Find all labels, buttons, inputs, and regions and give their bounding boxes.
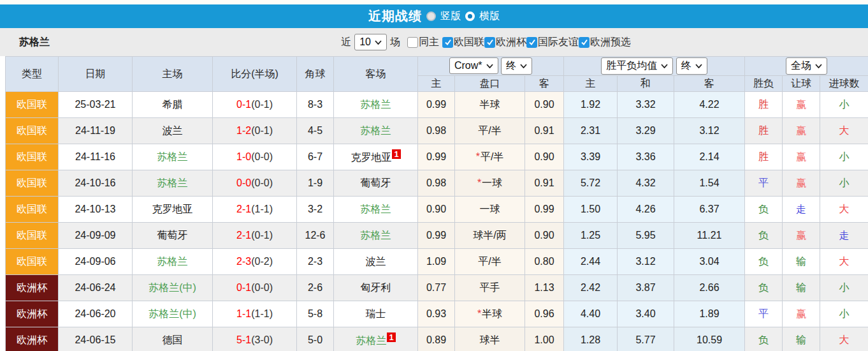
competition-label: 国际友谊 [538, 36, 579, 49]
avg-away-cell: 2.14 [674, 144, 745, 170]
odds-away-cell: 0.90 [525, 144, 564, 170]
away-team: 苏格兰 [361, 125, 391, 136]
away-cell: 克罗地亚1 [334, 144, 418, 170]
competition-label: 欧洲杯 [496, 36, 526, 49]
radio-horizontal-layout[interactable] [465, 11, 475, 21]
odds-home-cell: 1.09 [418, 249, 455, 275]
away-cell: 葡萄牙 [334, 170, 418, 197]
radio-vertical-layout[interactable] [426, 11, 436, 21]
handicap-cell: 平/半 [455, 249, 525, 275]
away-team: 葡萄牙 [361, 177, 391, 188]
same-home-checkbox[interactable] [407, 37, 418, 48]
home-team: 波兰 [163, 125, 183, 136]
radio-horizontal-label[interactable]: 横版 [479, 10, 500, 23]
handicap-text: 平/半 [478, 256, 501, 267]
away-team: 克罗地亚 [351, 152, 391, 163]
handicap-cell: 平/半 [455, 118, 525, 144]
avg-draw-cell: 5.95 [618, 223, 674, 249]
col-header-date: 日期 [59, 57, 133, 92]
date-cell: 24-11-19 [59, 118, 133, 144]
score-cell: 0-1(0-0) [213, 275, 297, 301]
check-icon [486, 38, 494, 46]
competition-checkbox[interactable] [526, 37, 537, 48]
avg-draw-cell: 3.40 [618, 301, 674, 327]
avg-home-cell: 4.40 [564, 301, 618, 327]
date-cell: 24-09-09 [59, 223, 133, 249]
col-header-result-wdl: 胜负 [745, 76, 783, 92]
col-header-score: 比分(半场) [213, 57, 297, 92]
col-header-avg-draw: 和 [618, 76, 674, 92]
avg-draw-cell: 3.32 [618, 92, 674, 118]
competition-label: 欧国联 [454, 36, 484, 49]
handicap-cell: 平手 [455, 275, 525, 301]
avg-home-cell: 2.31 [564, 118, 618, 144]
score-cell: 1-2(0-1) [213, 118, 297, 144]
avg-away-cell: 6.37 [674, 197, 745, 223]
competition-badge: 欧国联 [6, 170, 59, 197]
score-cell: 2-1(1-1) [213, 197, 297, 223]
corners-cell: 3-2 [297, 197, 334, 223]
odds-home-cell: 0.89 [418, 327, 455, 351]
competition-filter-item: 欧洲预选 [579, 36, 631, 49]
score-main: 0-1 [236, 282, 251, 293]
date-cell: 24-10-13 [59, 197, 133, 223]
avg-away-cell: 4.22 [674, 92, 745, 118]
home-team: 克罗地亚 [152, 204, 193, 214]
scope-select[interactable]: 全场 [786, 57, 827, 75]
result-handicap-cell: 赢 [783, 223, 820, 249]
table-header: 类型 日期 主场 比分(半场) 角球 客场 Crow* 终 [6, 57, 868, 92]
table-row: 欧国联 24-09-09 葡萄牙 2-1(0-1) 12-6 苏格兰 0.99 … [6, 223, 868, 249]
score-main: 1-0 [236, 151, 251, 162]
odds-away-cell: 0.90 [525, 223, 564, 249]
result-goals-cell: 大 [820, 249, 868, 275]
away-cell: 波兰 [334, 249, 418, 275]
competition-checkbox[interactable] [484, 37, 495, 48]
chevron-down-icon [375, 40, 382, 45]
avg-away-cell: 11.21 [674, 223, 745, 249]
table-row: 欧国联 24-10-16 苏格兰 0-0(0-0) 1-9 葡萄牙 0.98 *… [6, 170, 868, 197]
corners-cell: 12-6 [297, 223, 334, 249]
score-half: (0-0) [251, 282, 273, 293]
handicap-text: 平/半 [481, 151, 503, 162]
avg-away-cell: 1.54 [674, 170, 745, 197]
competition-checkbox[interactable] [579, 37, 590, 48]
date-cell: 24-10-16 [59, 170, 133, 197]
score-main: 1-2 [236, 125, 251, 136]
recent-count-value: 10 [359, 36, 371, 48]
avg-home-cell: 1.92 [564, 92, 618, 118]
competition-badge: 欧国联 [6, 118, 59, 144]
corners-cell: 4-5 [297, 118, 334, 144]
avg-state-select[interactable]: 终 [676, 57, 707, 75]
score-cell: 1-0(0-0) [213, 144, 297, 170]
col-header-away: 客场 [334, 57, 418, 92]
table-row: 欧国联 24-10-13 克罗地亚 2-1(1-1) 3-2 苏格兰 0.90 … [6, 197, 868, 223]
avg-odds-select[interactable]: 胜平负均值 [601, 57, 673, 75]
chevron-down-icon [695, 64, 702, 68]
home-team: 苏格兰 [157, 151, 188, 162]
result-handicap-cell: 赢 [783, 301, 820, 327]
date-cell: 25-03-21 [59, 92, 133, 118]
handicap-text: 半球 [482, 308, 502, 319]
same-home-option: 同主 [407, 36, 439, 49]
recent-results-panel: 近期战绩 竖版 横版 苏格兰 近 10 场 同主 欧国联 欧洲杯 国际友谊 欧洲 [0, 0, 868, 351]
home-team: 希腊 [163, 99, 183, 110]
home-team: 德国 [163, 334, 183, 345]
result-goals-cell: 大 [820, 327, 868, 351]
away-cell: 苏格兰 [334, 92, 418, 118]
competition-filter-list: 欧国联 欧洲杯 国际友谊 欧洲预选 [442, 36, 631, 49]
score-half: (0-1) [251, 125, 273, 136]
home-cell: 苏格兰 [133, 249, 213, 275]
bookmaker-state-value: 终 [506, 59, 516, 73]
score-cell: 2-1(0-1) [213, 223, 297, 249]
recent-count-select[interactable]: 10 [354, 34, 387, 50]
home-team: 葡萄牙 [157, 230, 188, 241]
competition-checkbox[interactable] [442, 37, 453, 48]
corners-cell: 5-0 [297, 327, 334, 351]
competition-badge: 欧洲杯 [6, 327, 59, 351]
radio-vertical-label[interactable]: 竖版 [440, 10, 461, 23]
bookmaker-state-select[interactable]: 终 [501, 57, 532, 75]
bookmaker-select[interactable]: Crow* [449, 57, 498, 74]
col-header-odds-home: 主 [418, 76, 455, 92]
score-half: (0-2) [251, 256, 273, 267]
col-header-corners: 角球 [297, 57, 334, 92]
